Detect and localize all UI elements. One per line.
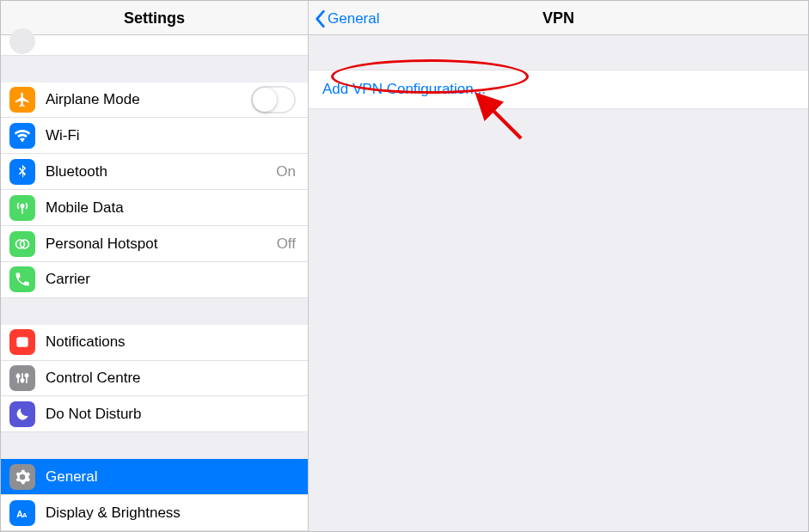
sidebar-item-label: Airplane Mode [46, 91, 251, 108]
gear-icon [9, 464, 35, 490]
app-container: Settings Airplane Mode Wi-Fi Bluetooth O [1, 1, 808, 531]
sidebar-item-notifications[interactable]: Notifications [1, 325, 308, 361]
sidebar-item-mobile-data[interactable]: Mobile Data [1, 190, 308, 226]
display-icon: AA [9, 500, 35, 526]
sidebar-item-hotspot[interactable]: Personal Hotspot Off [1, 226, 308, 262]
sidebar-item-carrier[interactable]: Carrier [1, 262, 308, 298]
sidebar-item-label: Wi-Fi [46, 127, 289, 144]
bluetooth-icon [9, 159, 35, 185]
svg-point-0 [21, 204, 23, 206]
vpn-group: Add VPN Configuration... [309, 70, 808, 109]
sidebar-item-label: Notifications [46, 333, 296, 351]
sidebar-item-general[interactable]: General [1, 459, 308, 495]
svg-point-5 [21, 379, 23, 382]
sidebar-item-label: Do Not Disturb [46, 406, 296, 423]
moon-icon [9, 401, 35, 427]
phone-icon [9, 266, 35, 292]
sidebar-item-label: Mobile Data [46, 199, 296, 217]
sidebar-item-label: Carrier [46, 271, 296, 288]
wifi-icon [9, 123, 35, 149]
sidebar-item-label: Bluetooth [46, 163, 269, 180]
group-spacer [1, 432, 308, 459]
sidebar-item-display[interactable]: AA Display & Brightness [1, 495, 308, 531]
profile-row[interactable] [1, 35, 308, 56]
sidebar-item-dnd[interactable]: Do Not Disturb [1, 396, 308, 432]
group-spacer [1, 298, 308, 325]
svg-text:A: A [22, 511, 28, 518]
sidebar-item-label: General [46, 468, 296, 486]
back-button[interactable]: General [314, 9, 379, 28]
sidebar-item-wifi[interactable]: Wi-Fi [1, 118, 308, 154]
back-label: General [328, 10, 379, 28]
detail-pane: General VPN Add VPN Configuration... [309, 1, 808, 531]
svg-point-6 [25, 374, 28, 376]
airplane-switch[interactable] [251, 86, 296, 113]
add-vpn-label: Add VPN Configuration... [322, 81, 486, 98]
sidebar-item-value: Off [277, 235, 296, 253]
sidebar-item-label: Display & Brightness [46, 504, 296, 522]
avatar-icon [9, 28, 35, 54]
sidebar-item-value: On [276, 163, 296, 180]
sidebar-item-airplane[interactable]: Airplane Mode [1, 83, 308, 119]
detail-header: General VPN [309, 1, 808, 35]
sidebar-item-control-centre[interactable]: Control Centre [1, 361, 308, 397]
hotspot-icon [9, 231, 35, 257]
airplane-icon [9, 87, 35, 113]
sidebar-item-label: Personal Hotspot [46, 235, 270, 253]
chevron-left-icon [314, 9, 326, 28]
svg-point-4 [16, 375, 19, 377]
group-spacer [1, 56, 308, 83]
sidebar-item-label: Control Centre [46, 370, 296, 387]
svg-rect-3 [16, 337, 28, 347]
sidebar-title: Settings [1, 1, 308, 35]
detail-title: VPN [542, 9, 574, 28]
settings-sidebar: Settings Airplane Mode Wi-Fi Bluetooth O [1, 1, 309, 531]
notifications-icon [9, 329, 35, 355]
antenna-icon [9, 195, 35, 221]
add-vpn-configuration-button[interactable]: Add VPN Configuration... [309, 70, 808, 109]
sidebar-item-bluetooth[interactable]: Bluetooth On [1, 154, 308, 190]
control-centre-icon [9, 365, 35, 391]
